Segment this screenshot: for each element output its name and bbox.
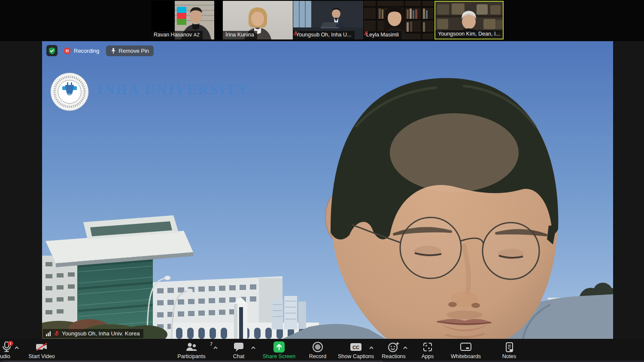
show-captions-button[interactable]: CC Show Captions <box>336 339 376 360</box>
join-audio-button[interactable]: ! udio <box>0 339 22 360</box>
closed-captions-icon: CC <box>350 342 362 352</box>
participants-count-badge: 7 <box>210 341 213 347</box>
zoom-meeting-window: Ravan HasanovAZ <box>0 0 644 362</box>
participant-name: Ravan Hasanov <box>154 31 192 39</box>
pin-icon <box>111 48 116 54</box>
window-bottom-edge <box>0 360 644 362</box>
security-shield-button[interactable] <box>46 45 58 56</box>
notes-button[interactable]: Notes <box>497 339 521 360</box>
video-camera-off-icon <box>35 342 48 352</box>
muted-mic-icon <box>54 331 59 336</box>
join-audio-label: udio <box>0 353 10 359</box>
recording-indicator: Recording <box>64 47 99 54</box>
whiteboard-icon <box>460 342 472 352</box>
participant-name: Youngsoon Kim, Dean, I... <box>438 30 500 38</box>
recording-icon <box>64 47 71 54</box>
share-screen-label: Share Screen <box>263 353 295 359</box>
captions-options-caret[interactable] <box>369 344 374 347</box>
participant-name-label: Youngsoon Kim, Dean, I... <box>435 30 503 39</box>
share-screen-button[interactable]: Share Screen <box>261 339 298 360</box>
participant-name-label: İrina Kunina <box>223 31 257 39</box>
participants-label: Participants <box>177 353 205 359</box>
apps-icon <box>422 342 433 352</box>
reactions-smiley-icon <box>388 341 400 353</box>
participant-name-label: Leyla Masimli <box>364 31 402 39</box>
azerbaijan-flag <box>177 7 186 25</box>
recording-label: Recording <box>74 48 99 54</box>
pinned-video-youngsub-oh[interactable]: 1954 <box>42 41 613 339</box>
thumbnail-youngsoon-kim-active-speaker[interactable]: Youngsoon Kim, Dean, I... <box>434 1 504 39</box>
chat-label: Chat <box>233 353 244 359</box>
participant-name-label: Ravan HasanovAZ <box>151 31 203 39</box>
participant-name-label: Youngsub Oh, Inha U... <box>293 31 355 39</box>
participant-name: İrina Kunina <box>225 31 254 39</box>
participants-options-caret[interactable] <box>213 344 218 347</box>
svg-text:!: ! <box>10 341 11 346</box>
reactions-label: Reactions <box>382 353 406 359</box>
thumbnail-leyla-masimli[interactable]: Leyla Masimli <box>364 1 434 39</box>
reactions-button[interactable]: Reactions <box>380 339 408 360</box>
inha-university-seal: 1954 <box>51 73 88 111</box>
participants-icon <box>185 342 198 352</box>
notes-icon <box>504 342 514 353</box>
inha-university-wordmark: INHA UNIVERSITY <box>97 81 249 98</box>
speaker-name-tag: Youngsub Oh, Inha Univ. Korea <box>43 329 143 338</box>
chat-options-caret[interactable] <box>251 344 256 347</box>
reactions-options-caret[interactable] <box>403 344 408 347</box>
start-video-button[interactable]: Start Video <box>24 339 59 360</box>
whiteboards-button[interactable]: Whiteboards <box>448 339 483 360</box>
record-label: Record <box>309 353 326 359</box>
muted-mic-icon <box>364 31 368 36</box>
meeting-toolbar: ! udio Start Video <box>0 339 644 362</box>
svg-text:CC: CC <box>352 345 359 350</box>
white-monument <box>233 297 248 339</box>
thumbnail-irina-kunina[interactable]: İrina Kunina <box>223 1 293 39</box>
participant-name: Youngsub Oh, Inha U... <box>296 31 352 39</box>
participant-name: Leyla Masimli <box>366 31 399 39</box>
show-captions-label: Show Captions <box>338 353 374 359</box>
connection-signal-icon <box>46 331 52 336</box>
speaker-name-text: Youngsub Oh, Inha Univ. Korea <box>62 330 140 337</box>
muted-mic-icon <box>293 31 298 36</box>
share-screen-icon <box>273 341 285 353</box>
audio-options-caret[interactable] <box>14 344 19 347</box>
thumbnail-ravan-hasanov[interactable]: Ravan HasanovAZ <box>151 1 222 39</box>
record-button[interactable]: Record <box>306 339 330 360</box>
participants-button[interactable]: Participants <box>172 339 211 360</box>
apps-label: Apps <box>422 353 434 359</box>
seal-year-text: 1954 <box>67 93 73 96</box>
remove-pin-button[interactable]: Remove Pin <box>106 45 154 56</box>
apps-button[interactable]: Apps <box>417 339 438 360</box>
whiteboards-label: Whiteboards <box>451 353 481 359</box>
remove-pin-label: Remove Pin <box>118 48 149 54</box>
chat-button[interactable]: Chat <box>226 339 252 360</box>
chat-bubble-icon <box>233 342 244 352</box>
record-icon <box>312 341 323 353</box>
thumbnail-youngsub-oh[interactable]: Youngsub Oh, Inha U... <box>293 1 363 39</box>
start-video-label: Start Video <box>28 353 55 359</box>
notes-label: Notes <box>502 353 516 359</box>
microphone-icon: ! <box>1 341 14 353</box>
flag-az-text: AZ <box>194 31 200 39</box>
participant-thumbnail-strip: Ravan HasanovAZ <box>0 0 644 41</box>
security-shield-icon <box>49 47 55 54</box>
